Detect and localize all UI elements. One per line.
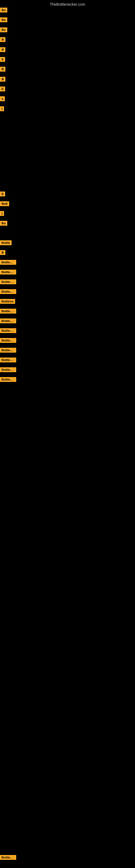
badge-label: Bottlene (0, 299, 15, 304)
badge-label: B (0, 67, 5, 72)
badge-label: Bottleneck re (0, 279, 16, 284)
badge-label: | (0, 106, 4, 111)
badge-label: B (0, 250, 5, 255)
badge-label: Bo (0, 221, 7, 226)
badge-label: B (0, 47, 5, 52)
badge-label: Bottleneck resu (0, 358, 16, 362)
site-title: TheBottlenecker.com (0, 0, 135, 8)
badge-label: Bo (0, 27, 7, 32)
badge-label: Bott (0, 201, 9, 206)
badge-label: E (0, 87, 5, 91)
badge-label: E (0, 57, 5, 62)
badge-label: | (0, 211, 4, 216)
badge-label: Bottleneck re (0, 377, 16, 382)
badge-label: E (0, 191, 5, 196)
badge-label: Bottleneck res (0, 855, 16, 860)
badge-label: Bottleneck re (0, 309, 16, 314)
badge-label: Bottleneck (0, 270, 16, 275)
badge-label: B (0, 37, 5, 42)
badge-label: Bottleneck resu (0, 348, 16, 352)
badge-label: Bottlenec (0, 260, 16, 265)
badge-label: s (0, 96, 5, 101)
badge-label: Bo (0, 8, 7, 12)
badge-label: Bottle (0, 240, 12, 245)
badge-label: Bottleneck resu (0, 328, 16, 333)
badge-label: Bottleneck resu (0, 318, 16, 323)
badge-label: Bottleneck e (0, 289, 16, 294)
badge-label: Bo (0, 18, 7, 22)
badge-label: B (0, 77, 5, 82)
badge-label: Bottleneck resu (0, 338, 16, 343)
badge-label: Bottleneck resu (0, 367, 16, 372)
